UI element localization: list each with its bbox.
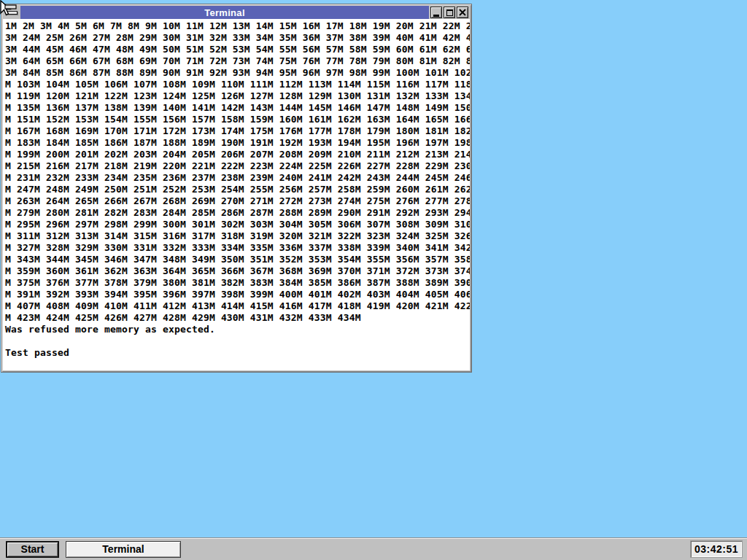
maximize-button[interactable] [444,7,455,18]
terminal-output-line: M 407M 408M 409M 410M 411M 412M 413M 414… [5,300,470,312]
terminal-output-line: M 215M 216M 217M 218M 219M 220M 221M 222… [5,160,470,172]
terminal-output-line: M 151M 152M 153M 154M 155M 156M 157M 158… [5,114,470,125]
terminal-output-line: M 231M 232M 233M 234M 235M 236M 237M 238… [5,172,470,184]
close-button[interactable] [457,7,468,18]
terminal-output-line: M 263M 264M 265M 266M 267M 268M 269M 270… [5,195,470,207]
terminal-output-line: M 279M 280M 281M 282M 283M 284M 285M 286… [5,207,470,219]
terminal-output-line: M 167M 168M 169M 170M 171M 172M 173M 174… [5,125,470,137]
terminal-output: 1M 2M 3M 4M 5M 6M 7M 8M 9M 10M 11M 12M 1… [5,20,470,359]
window-menu-button[interactable] [3,6,20,19]
close-icon [459,9,466,16]
terminal-output-line: M 311M 312M 313M 314M 315M 316M 317M 318… [5,230,470,242]
taskbar-clock: 03:42:51 [690,540,743,558]
terminal-prompt-line: / # [5,359,470,370]
minimize-icon [433,15,439,17]
terminal-output-line: M 391M 392M 393M 394M 395M 396M 397M 398… [5,289,470,300]
terminal-window: Terminal 1M 2M 3M 4M 5M 6M 7M 8M 9M 10M … [1,4,472,373]
terminal-output-line: 3M 24M 25M 26M 27M 28M 29M 30M 31M 32M 3… [5,32,470,44]
terminal-output-line: M 119M 120M 121M 122M 123M 124M 125M 126… [5,90,470,102]
terminal-content[interactable]: 1M 2M 3M 4M 5M 6M 7M 8M 9M 10M 11M 12M 1… [3,19,470,370]
terminal-output-line: M 359M 360M 361M 362M 363M 364M 365M 366… [5,265,470,277]
terminal-output-line: 3M 84M 85M 86M 87M 88M 89M 90M 91M 92M 9… [5,67,470,79]
terminal-output-line: 1M 2M 3M 4M 5M 6M 7M 8M 9M 10M 11M 12M 1… [5,20,470,32]
terminal-output-line: M 343M 344M 345M 346M 347M 348M 349M 350… [5,254,470,265]
taskbar-task-terminal[interactable]: Terminal [66,541,181,558]
terminal-output-line: Test passed [5,347,470,359]
terminal-output-line: M 375M 376M 377M 378M 379M 380M 381M 382… [5,277,470,289]
window-controls [429,6,470,19]
desktop: Terminal 1M 2M 3M 4M 5M 6M 7M 8M 9M 10M … [0,0,747,537]
window-titlebar[interactable]: Terminal [20,6,429,19]
terminal-output-line: 3M 44M 45M 46M 47M 48M 49M 50M 51M 52M 5… [5,44,470,55]
window-titlerow: Terminal [3,6,470,19]
terminal-output-line: M 295M 296M 297M 298M 299M 300M 301M 302… [5,219,470,230]
start-button[interactable]: Start [6,541,59,558]
terminal-output-line: M 423M 424M 425M 426M 427M 428M 429M 430… [5,312,470,324]
terminal-output-line: 3M 64M 65M 66M 67M 68M 69M 70M 71M 72M 7… [5,55,470,67]
terminal-output-line [5,335,470,347]
window-title: Terminal [204,7,245,18]
terminal-output-line: M 247M 248M 249M 250M 251M 252M 253M 254… [5,184,470,195]
terminal-output-line: M 327M 328M 329M 330M 331M 332M 333M 334… [5,242,470,254]
terminal-output-line: M 135M 136M 137M 138M 139M 140M 141M 142… [5,102,470,114]
minimize-button[interactable] [430,7,442,18]
terminal-output-line: M 199M 200M 201M 202M 203M 204M 205M 206… [5,149,470,160]
taskbar: Start Terminal 03:42:51 [0,537,747,560]
terminal-output-line: M 103M 104M 105M 106M 107M 108M 109M 110… [5,79,470,90]
maximize-icon [446,9,453,16]
terminal-output-line: Was refused more memory as expected. [5,324,470,335]
terminal-output-line: M 183M 184M 185M 186M 187M 188M 189M 190… [5,137,470,149]
window-menu-icon [7,11,18,15]
